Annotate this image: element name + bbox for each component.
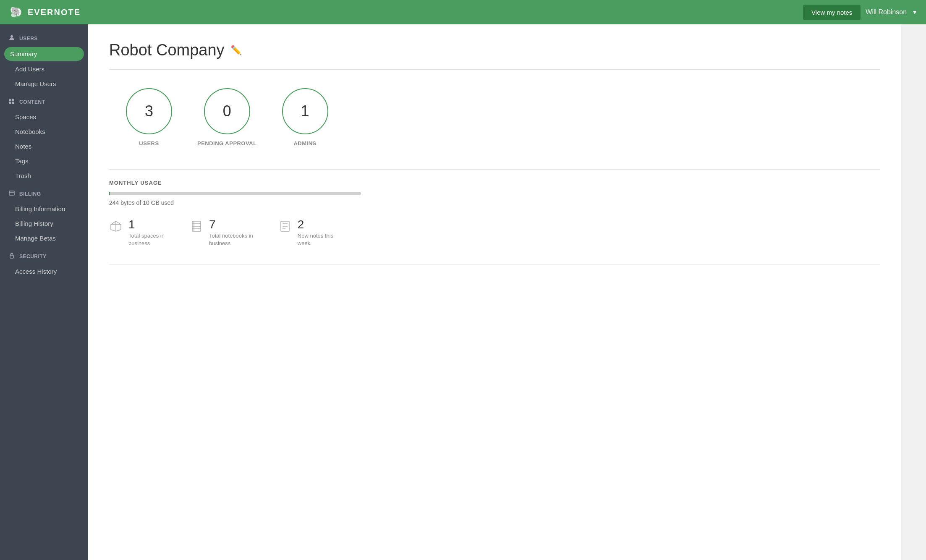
notebooks-stat-icon [190,220,203,236]
stat-label-admins: ADMINS [293,140,316,147]
sidebar-item-tags[interactable]: Tags [0,154,88,168]
sidebar-item-spaces[interactable]: Spaces [0,110,88,124]
main-content: Robot Company ✏️ 3 USERS 0 PENDING APPRO… [88,24,901,560]
stat-circle-admins: 1 [282,88,328,134]
svg-rect-9 [9,191,14,195]
stat-users: 3 USERS [126,88,172,147]
user-dropdown-arrow[interactable]: ▼ [912,9,918,16]
app-body: USERS Summary Add Users Manage Users CON… [0,24,926,560]
sidebar-section-header-security: SECURITY [0,249,88,264]
svg-text:🐘: 🐘 [11,6,21,16]
svg-rect-6 [12,99,14,101]
usage-stat-notes: 2 New notes thisweek [278,219,333,247]
sidebar-item-notebooks[interactable]: Notebooks [0,124,88,139]
spaces-stat-number: 1 [128,219,165,230]
sidebar-section-label-content: CONTENT [19,99,45,105]
notes-stat-number: 2 [298,219,333,230]
page-title-row: Robot Company ✏️ [109,41,880,59]
sidebar-item-manage-users[interactable]: Manage Users [0,76,88,91]
svg-point-4 [10,35,13,38]
security-section-icon [8,252,15,261]
bottom-divider [109,264,880,264]
notes-stat-label: New notes thisweek [298,232,333,247]
header-right-area: View my notes Will Robinson ▼ [803,5,918,20]
stat-label-users: USERS [139,140,159,147]
page-title: Robot Company [109,41,225,59]
logo-text: EVERNOTE [28,8,81,17]
app-header: 🐘 EVERNOTE View my notes Will Robinson ▼ [0,0,926,24]
user-name-label: Will Robinson [866,8,907,16]
sidebar-item-add-users[interactable]: Add Users [0,62,88,76]
sidebar-item-manage-betas[interactable]: Manage Betas [0,231,88,246]
stat-pending: 0 PENDING APPROVAL [197,88,257,147]
usage-stat-notebooks: 7 Total notebooks inbusiness [190,219,253,247]
usage-stat-spaces: 1 Total spaces inbusiness [109,219,165,247]
users-section-icon [8,34,15,43]
sidebar-section-label-billing: BILLING [19,191,41,197]
usage-text: 244 bytes of 10 GB used [109,199,880,206]
edit-company-icon[interactable]: ✏️ [230,45,242,56]
title-divider [109,69,880,70]
stats-circles-row: 3 USERS 0 PENDING APPROVAL 1 ADMINS [109,80,880,159]
notebooks-stat-label: Total notebooks inbusiness [209,232,253,247]
sidebar: USERS Summary Add Users Manage Users CON… [0,24,88,560]
stat-admins: 1 ADMINS [282,88,328,147]
header-logo-area: 🐘 EVERNOTE [8,5,81,20]
monthly-usage-section: MONTHLY USAGE 244 bytes of 10 GB used [109,180,880,247]
right-panel [901,24,926,560]
sidebar-section-label-security: SECURITY [19,254,47,259]
billing-section-icon [8,190,15,198]
sidebar-section-users: USERS Summary Add Users Manage Users [0,31,88,91]
notes-stat-icon [278,220,292,236]
stat-value-users: 3 [145,102,153,120]
stat-circle-users: 3 [126,88,172,134]
monthly-usage-title: MONTHLY USAGE [109,180,880,186]
usage-stat-notes-details: 2 New notes thisweek [298,219,333,247]
sidebar-section-security: SECURITY Access History [0,249,88,279]
usage-stat-spaces-details: 1 Total spaces inbusiness [128,219,165,247]
notebooks-stat-number: 7 [209,219,253,230]
progress-bar-fill [109,192,110,195]
svg-rect-8 [12,102,14,104]
usage-stats-row: 1 Total spaces inbusiness [109,219,880,247]
sidebar-item-billing-information[interactable]: Billing Information [0,201,88,216]
svg-rect-5 [9,99,11,101]
content-section-icon [8,98,15,106]
sidebar-section-header-content: CONTENT [0,94,88,110]
sidebar-item-notes[interactable]: Notes [0,139,88,154]
sidebar-item-billing-history[interactable]: Billing History [0,216,88,231]
sidebar-section-header-users: USERS [0,31,88,46]
stat-value-pending: 0 [223,102,231,120]
sidebar-item-trash[interactable]: Trash [0,168,88,183]
stats-divider [109,169,880,170]
sidebar-section-billing: BILLING Billing Information Billing Hist… [0,186,88,246]
stat-value-admins: 1 [301,102,309,120]
spaces-stat-label: Total spaces inbusiness [128,232,165,247]
sidebar-item-access-history[interactable]: Access History [0,264,88,279]
sidebar-item-summary[interactable]: Summary [4,47,84,61]
stat-circle-pending: 0 [204,88,250,134]
sidebar-section-header-billing: BILLING [0,186,88,201]
evernote-logo-icon: 🐘 [8,5,24,20]
usage-stat-notebooks-details: 7 Total notebooks inbusiness [209,219,253,247]
svg-rect-7 [9,102,11,104]
progress-bar-container [109,192,361,195]
spaces-stat-icon [109,220,123,236]
svg-rect-11 [10,255,13,258]
sidebar-section-label-users: USERS [19,36,38,42]
view-notes-button[interactable]: View my notes [803,5,861,20]
sidebar-section-content: CONTENT Spaces Notebooks Notes Tags Tras… [0,94,88,183]
stat-label-pending: PENDING APPROVAL [197,140,257,147]
